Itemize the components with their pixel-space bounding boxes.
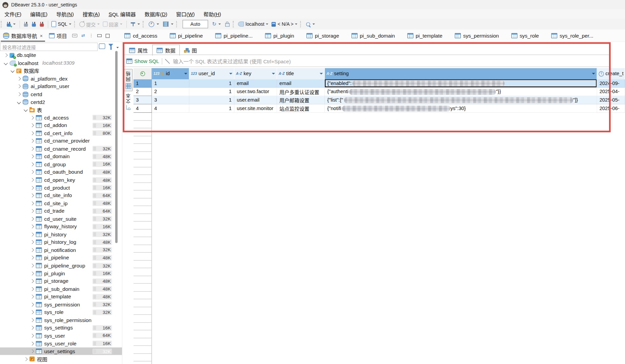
sort-dropdown-icon[interactable] [592, 73, 595, 76]
empty-row-number-cell[interactable] [133, 198, 152, 206]
connection-filter-input[interactable]: 按名称过滤连接 [0, 43, 98, 51]
tree-item-sys_permission[interactable]: sys_permission32K [0, 301, 122, 308]
tree-item-pi_history_log[interactable]: pi_history_log48K [0, 238, 122, 246]
tree-item-db.sqlite[interactable]: db.sqlite [0, 51, 122, 59]
editor-tab-cd_access[interactable]: cd_access [124, 33, 157, 39]
schema-selector[interactable]: < N/A > [270, 20, 299, 28]
data-cell[interactable]: email [277, 79, 325, 88]
empty-row-number-cell[interactable] [133, 330, 152, 338]
chevron-down-icon[interactable] [4, 61, 8, 65]
tree-item-pi_notification[interactable]: pi_notification32K [0, 246, 122, 254]
chevron-right-icon[interactable] [17, 92, 21, 96]
chevron-right-icon[interactable] [30, 162, 34, 166]
show-sql-button[interactable]: Show SQL [126, 58, 159, 64]
empty-row-number-cell[interactable] [133, 229, 152, 237]
tree-item-pi_sub_domain[interactable]: pi_sub_domain48K [0, 285, 122, 293]
tree-item-pi_template[interactable]: pi_template48K [0, 293, 122, 301]
column-header-create_t[interactable]: create_t [597, 68, 625, 79]
close-icon[interactable]: × [40, 33, 43, 38]
tree-item-certd2[interactable]: certd2 [0, 98, 122, 106]
empty-row-number-cell[interactable] [133, 253, 152, 260]
minimize-icon[interactable] [97, 34, 102, 37]
empty-row-number-cell[interactable] [133, 128, 152, 136]
tree-item-pi_pipeline_group[interactable]: pi_pipeline_group32K [0, 262, 122, 270]
data-cell[interactable]: user.two.factor [234, 88, 277, 96]
table-row-1[interactable]: 111emailemail{"enabled":2024-09- [133, 79, 625, 88]
editor-tab-pi_plugin[interactable]: pi_plugin [265, 33, 294, 39]
empty-row-number-cell[interactable] [133, 221, 152, 229]
editor-tab-pi_template[interactable]: pi_template [407, 33, 442, 39]
transaction-filter-button[interactable] [129, 20, 142, 28]
sort-dropdown-icon[interactable] [229, 73, 232, 76]
column-header-title[interactable]: A·Ztitle [277, 68, 325, 79]
menu-item-2[interactable]: 导航(N) [52, 9, 78, 19]
tree-item-cd_access[interactable]: cd_access32K [0, 114, 122, 122]
data-cell[interactable]: user.email [234, 96, 277, 105]
chevron-right-icon[interactable] [30, 139, 34, 143]
chevron-down-icon[interactable] [23, 108, 27, 112]
editor-tab-sys_role[interactable]: sys_role [511, 33, 539, 39]
maximize-icon[interactable] [106, 34, 110, 38]
chevron-right-icon[interactable] [30, 224, 34, 229]
tree-item-pi_plugin[interactable]: pi_plugin16K [0, 270, 122, 277]
table-row-2[interactable]: 221user.two.factor用户多重认证设置{"authenti"}}2… [133, 88, 625, 96]
editor-tab-sys_role_per[interactable]: sys_role_per... [551, 33, 593, 39]
commit-mode-select[interactable]: Auto [183, 20, 208, 28]
data-cell[interactable]: 4 [152, 104, 189, 113]
chevron-down-icon[interactable] [11, 69, 15, 73]
tree-item-user_settings[interactable]: user_settings32K [0, 347, 122, 355]
chevron-right-icon[interactable] [30, 123, 34, 127]
tree-item-flyway_history[interactable]: flyway_history16K [0, 223, 122, 231]
chevron-right-icon[interactable] [30, 326, 34, 330]
sort-dropdown-icon[interactable] [272, 73, 275, 76]
chevron-right-icon[interactable] [30, 263, 34, 267]
create-time-cell[interactable]: 2025-06- [597, 104, 625, 113]
chevron-right-icon[interactable] [17, 84, 21, 88]
setting-cell[interactable]: {"enabled": [325, 79, 597, 88]
tree-item-表[interactable]: 表 [0, 106, 122, 114]
chevron-right-icon[interactable] [17, 77, 21, 81]
tree-item-cd_trade[interactable]: cd_trade64K [0, 207, 122, 215]
data-cell[interactable]: 3 [152, 96, 189, 105]
menu-item-7[interactable]: 帮助(H) [199, 9, 226, 19]
tree-item-cd_addon[interactable]: cd_addon16K [0, 122, 122, 129]
chevron-right-icon[interactable] [30, 279, 34, 283]
tree-item-ai_platform_user[interactable]: ai_platform_user [0, 83, 122, 90]
column-header-user_id[interactable]: 123user_id [189, 68, 234, 79]
empty-row-number-cell[interactable] [133, 307, 152, 315]
lock-button[interactable] [223, 20, 232, 28]
commit-button[interactable]: 提交 [78, 20, 102, 28]
empty-row-number-cell[interactable] [133, 113, 152, 121]
sql-filter-input[interactable]: 输入一个 SQL 表达式来过滤结果 (使用 Ctrl+Space) [173, 57, 291, 65]
chevron-right-icon[interactable] [30, 287, 34, 291]
sort-dropdown-icon[interactable] [320, 73, 323, 76]
empty-row-number-cell[interactable] [133, 245, 152, 253]
empty-row-number-cell[interactable] [133, 354, 152, 361]
chevron-right-icon[interactable] [30, 154, 34, 158]
tree-item-ai_platform_dex[interactable]: ai_platform_dex [0, 75, 122, 83]
chevron-right-icon[interactable] [30, 115, 34, 120]
tree-item-cd_domain[interactable]: cd_domain48K [0, 153, 122, 160]
reconnect-button[interactable] [30, 20, 38, 28]
chevron-right-icon[interactable] [30, 178, 34, 182]
editor-tab-pi_pipeline[interactable]: pi_pipeline [170, 33, 203, 39]
editor-tab-sys_permission[interactable]: sys_permission [455, 33, 499, 39]
tree-item-cd_user_suite[interactable]: cd_user_suite32K [0, 215, 122, 223]
chevron-right-icon[interactable] [30, 248, 34, 252]
tree-item-pi_storage[interactable]: pi_storage48K [0, 277, 122, 285]
chevron-right-icon[interactable] [30, 209, 34, 213]
view-menu-icon[interactable]: ⋮ [89, 33, 93, 38]
row-number-cell[interactable]: 1 [133, 79, 152, 88]
empty-row-number-cell[interactable] [133, 315, 152, 323]
result-tab-0[interactable]: 属性 [125, 45, 152, 56]
tree-item-视图[interactable]: 视图 [0, 355, 122, 363]
create-time-cell[interactable]: 2025-05- [597, 96, 625, 105]
menu-item-5[interactable]: 数据库(D) [140, 9, 172, 19]
data-cell[interactable]: user.site.monitor [234, 104, 277, 113]
sort-dropdown-icon[interactable] [184, 73, 187, 76]
chevron-down-icon[interactable] [17, 100, 21, 104]
row-number-cell[interactable]: 3 [133, 96, 152, 105]
chevron-right-icon[interactable] [30, 334, 34, 338]
refresh-button[interactable]: ↻ [210, 20, 223, 28]
empty-row-number-cell[interactable] [133, 260, 152, 268]
